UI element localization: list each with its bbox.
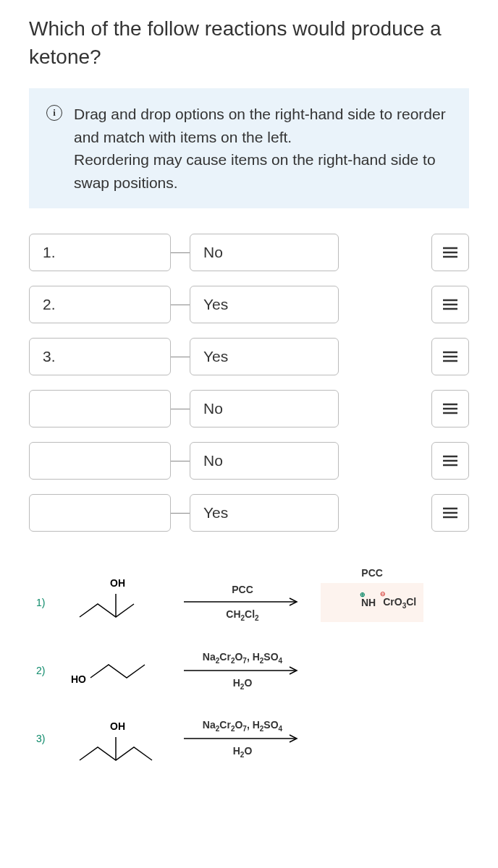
solvent-bottom: CH2Cl2 — [226, 608, 258, 622]
match-row: Yes — [29, 494, 469, 532]
match-row: 3. Yes — [29, 338, 469, 375]
reaction-number: 1) — [36, 597, 58, 608]
drag-handle-icon[interactable] — [431, 442, 469, 480]
molecule-3-start: OH — [58, 711, 170, 766]
connector — [171, 305, 190, 306]
reaction-3: 3) OH Na2Cr2O7, H2SO4 H2O — [36, 711, 462, 766]
drag-handle-icon[interactable] — [431, 390, 469, 427]
drag-handle-icon[interactable] — [431, 338, 469, 375]
match-row: 2. Yes — [29, 286, 469, 323]
connector — [171, 513, 190, 514]
connector — [171, 461, 190, 462]
pcc-label: PCC — [361, 567, 383, 579]
instruction-text: Drag and drop options on the right-hand … — [74, 103, 452, 194]
reaction-arrow-3: Na2Cr2O7, H2SO4 H2O — [170, 717, 315, 760]
reaction-1: 1) OH PCC CH2Cl2 PCC ⊕ — [36, 575, 462, 630]
solvent-bottom: H2O — [233, 677, 253, 691]
reaction-arrow-1: PCC CH2Cl2 — [170, 581, 315, 624]
right-item-1[interactable]: No — [190, 234, 339, 271]
drag-handle-icon[interactable] — [431, 286, 469, 323]
right-item-3[interactable]: Yes — [190, 338, 339, 375]
reagent-top: Na2Cr2O7, H2SO4 — [203, 651, 282, 665]
svg-text:OH: OH — [110, 720, 125, 732]
reactions-figure: 1) OH PCC CH2Cl2 PCC ⊕ — [29, 568, 469, 766]
right-item-5[interactable]: No — [190, 442, 339, 480]
reaction-number: 2) — [36, 665, 58, 676]
reagent-top: PCC — [232, 584, 253, 595]
svg-text:HO: HO — [71, 673, 86, 685]
reaction-number: 3) — [36, 733, 58, 744]
right-item-4[interactable]: No — [190, 390, 339, 427]
connector — [171, 409, 190, 410]
svg-marker-22 — [334, 593, 350, 612]
right-item-6[interactable]: Yes — [190, 494, 339, 532]
pcc-product: PCC ⊕ NH ⊖ CrO3Cl — [321, 583, 423, 622]
info-icon: i — [46, 105, 62, 121]
molecule-2-start: HO — [58, 643, 170, 698]
solvent-bottom: H2O — [233, 745, 253, 759]
match-row: No — [29, 390, 469, 427]
match-row: 1. No — [29, 234, 469, 271]
left-item-5 — [29, 442, 171, 480]
instruction-box: i Drag and drop options on the right-han… — [29, 88, 469, 208]
drag-handle-icon[interactable] — [431, 234, 469, 271]
svg-marker-21 — [332, 590, 354, 615]
molecule-1-start: OH — [58, 575, 170, 630]
svg-text:OH: OH — [110, 577, 125, 589]
matching-area: 1. No 2. Yes 3. Yes No No — [29, 234, 469, 568]
left-item-6 — [29, 494, 171, 532]
connector — [171, 357, 190, 358]
left-item-1: 1. — [29, 234, 171, 271]
left-item-3: 3. — [29, 338, 171, 375]
question-title: Which of the follow reactions would prod… — [29, 14, 469, 71]
left-item-2: 2. — [29, 286, 171, 323]
drag-handle-icon[interactable] — [431, 494, 469, 532]
match-row: No — [29, 442, 469, 480]
reagent-top: Na2Cr2O7, H2SO4 — [203, 719, 282, 733]
right-item-2[interactable]: Yes — [190, 286, 339, 323]
reaction-2: 2) HO Na2Cr2O7, H2SO4 H2O — [36, 643, 462, 698]
left-item-4 — [29, 390, 171, 427]
reaction-arrow-2: Na2Cr2O7, H2SO4 H2O — [170, 649, 315, 692]
connector — [171, 252, 190, 254]
